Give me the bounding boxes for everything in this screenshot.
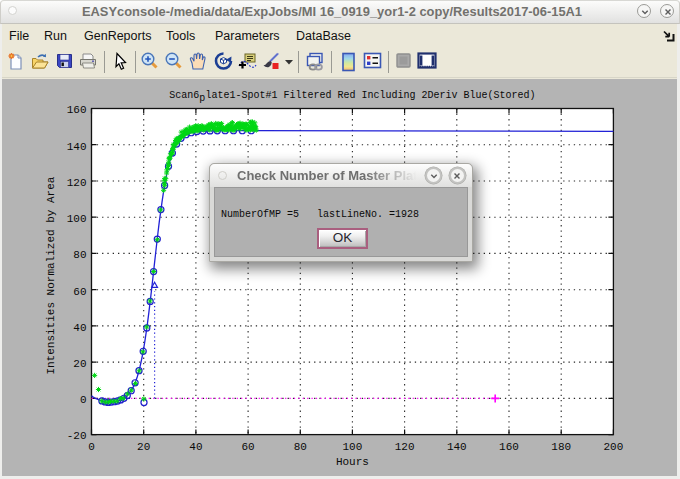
svg-text:Hours: Hours [336,456,369,468]
svg-text:Intensities Normalized by Area: Intensities Normalized by Area [46,176,58,374]
svg-text:20: 20 [73,358,86,370]
svg-text:0: 0 [80,394,87,406]
svg-text:180: 180 [551,441,571,453]
svg-text:80: 80 [294,441,307,453]
svg-text:100: 100 [67,213,87,225]
svg-text:-20: -20 [67,430,87,442]
svg-text:140: 140 [447,441,467,453]
svg-text:120: 120 [395,441,415,453]
svg-text:60: 60 [241,441,254,453]
svg-text:40: 40 [73,322,86,334]
svg-text:20: 20 [137,441,150,453]
svg-text:140: 140 [67,141,87,153]
svg-text:200: 200 [603,441,623,453]
svg-text:120: 120 [67,177,87,189]
svg-text:60: 60 [73,286,86,298]
svg-text:100: 100 [342,441,362,453]
svg-text:Scan6plate1-Spot#1 Filtered Re: Scan6plate1-Spot#1 Filtered Red Includin… [169,90,535,104]
svg-text:40: 40 [189,441,202,453]
svg-text:160: 160 [499,441,519,453]
svg-text:80: 80 [73,249,86,261]
svg-text:160: 160 [67,104,87,116]
svg-text:0: 0 [88,441,95,453]
